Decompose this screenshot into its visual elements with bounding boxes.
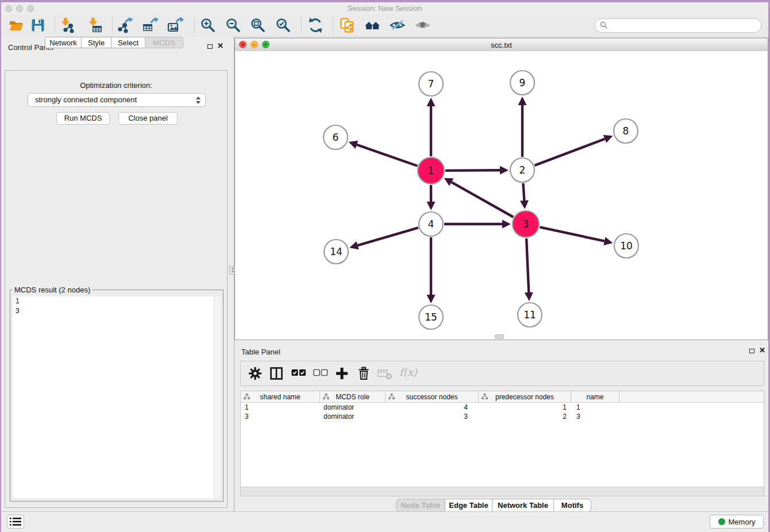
- tab-network[interactable]: Network: [45, 37, 82, 48]
- tab-edge-table[interactable]: Edge Table: [445, 499, 492, 512]
- select-all-icon[interactable]: [291, 369, 306, 379]
- node-label: 11: [523, 309, 536, 321]
- tab-node-table[interactable]: Node Table: [396, 499, 445, 512]
- memory-button[interactable]: Memory: [710, 515, 764, 529]
- import-network-icon[interactable]: [59, 17, 75, 33]
- network-view-window: ✕ − + scc.txt 7968124314101511: [234, 38, 768, 340]
- network-resize-grip[interactable]: [495, 334, 504, 339]
- zoom-fit-icon[interactable]: [250, 17, 266, 33]
- toolbar-separator: [112, 17, 113, 33]
- graph-edge[interactable]: [452, 182, 514, 217]
- table-cell[interactable]: 1: [571, 403, 619, 412]
- column-header-predecessor-nodes[interactable]: predecessor nodes: [479, 391, 571, 402]
- graph-edge[interactable]: [357, 228, 418, 245]
- network-window-title: scc.txt: [235, 41, 768, 49]
- show-panel-eye-icon[interactable]: [415, 17, 431, 33]
- node-label: 9: [519, 77, 526, 88]
- export-image-icon[interactable]: [167, 17, 183, 33]
- tab-mcds[interactable]: MCDS: [145, 37, 183, 48]
- float-panel-icon[interactable]: [207, 44, 213, 49]
- zoom-selected-icon[interactable]: [275, 17, 291, 33]
- mcds-panel: Optimization criterion: strongly connect…: [5, 70, 228, 508]
- run-mcds-button[interactable]: Run MCDS: [56, 112, 110, 125]
- node-table[interactable]: shared nameMCDS rolesuccessor nodesprede…: [240, 391, 764, 496]
- search-field[interactable]: [595, 18, 761, 33]
- zoom-out-icon[interactable]: [225, 17, 241, 33]
- toolbar-separator: [333, 17, 333, 33]
- table-settings-gear-icon[interactable]: [248, 367, 262, 383]
- table-cell[interactable]: 3: [571, 412, 619, 421]
- export-network-icon[interactable]: [117, 17, 133, 33]
- graph-edge[interactable]: [523, 183, 524, 201]
- add-row-plus-icon[interactable]: [335, 367, 349, 383]
- toolbar-separator: [301, 17, 302, 33]
- column-header-MCDS-role[interactable]: MCDS role: [320, 391, 386, 402]
- optimization-label: Optimization criterion:: [5, 81, 227, 90]
- edge-arrowhead: [427, 98, 436, 106]
- clone-network-icon[interactable]: [339, 17, 355, 33]
- tab-style[interactable]: Style: [81, 37, 111, 48]
- close-panel-icon[interactable]: ✕: [217, 43, 224, 49]
- import-table-icon[interactable]: [87, 17, 103, 33]
- table-cell[interactable]: 3: [386, 412, 479, 421]
- node-label: 14: [330, 246, 342, 257]
- hide-panel-eye-icon[interactable]: [390, 17, 406, 33]
- tab-select[interactable]: Select: [111, 37, 145, 48]
- table-cell[interactable]: 4: [386, 403, 479, 412]
- open-session-icon[interactable]: [8, 17, 24, 33]
- edge-arrowhead: [520, 201, 529, 209]
- table-row[interactable]: 3dominator323: [241, 412, 764, 421]
- home-view-icon[interactable]: [364, 17, 380, 33]
- refresh-view-icon[interactable]: [307, 17, 324, 33]
- graph-edge[interactable]: [357, 145, 418, 166]
- graph-edge[interactable]: [526, 238, 529, 292]
- application-window: Session: New Session: [1, 2, 768, 532]
- window-titlebar: Session: New Session: [1, 2, 768, 16]
- table-row[interactable]: 1dominator411: [241, 403, 764, 412]
- float-table-panel-icon[interactable]: [749, 349, 754, 353]
- column-header-shared-name[interactable]: shared name: [241, 391, 320, 402]
- node-label: 15: [425, 311, 437, 323]
- node-label: 7: [428, 78, 434, 90]
- tab-motifs[interactable]: Motifs: [553, 499, 591, 512]
- close-table-panel-icon[interactable]: ✕: [759, 348, 765, 353]
- column-header-successor-nodes[interactable]: successor nodes: [386, 391, 479, 402]
- show-columns-icon[interactable]: [270, 367, 283, 383]
- node-label: 6: [333, 132, 339, 143]
- result-scrollbar[interactable]: [214, 296, 221, 498]
- tab-network-table[interactable]: Network Table: [492, 499, 554, 512]
- memory-status-dot: [718, 518, 725, 525]
- table-cell[interactable]: dominator: [320, 412, 386, 421]
- mcds-result-text[interactable]: 1 3: [13, 296, 221, 498]
- network-window-titlebar: ✕ − + scc.txt: [235, 38, 768, 52]
- deselect-all-icon[interactable]: [313, 369, 328, 379]
- table-hscrollbar[interactable]: [241, 487, 764, 496]
- node-label: 4: [428, 218, 434, 230]
- zoom-in-icon[interactable]: [200, 17, 216, 33]
- graph-edge[interactable]: [445, 170, 500, 171]
- graph-edge[interactable]: [535, 139, 605, 165]
- delete-table-icon: [378, 369, 392, 382]
- graph-edge[interactable]: [540, 227, 604, 241]
- table-header-row: shared nameMCDS rolesuccessor nodesprede…: [241, 391, 764, 403]
- network-canvas[interactable]: 7968124314101511: [235, 51, 768, 340]
- node-label: 3: [523, 218, 529, 230]
- table-cell[interactable]: 1: [241, 403, 320, 412]
- optimization-select[interactable]: strongly connected component: [28, 93, 206, 107]
- export-table-icon[interactable]: [142, 17, 158, 33]
- table-cell[interactable]: dominator: [320, 403, 386, 412]
- table-cell[interactable]: 3: [241, 412, 320, 421]
- delete-rows-trash-icon[interactable]: [357, 367, 371, 383]
- search-input[interactable]: [610, 20, 756, 32]
- save-session-icon[interactable]: [30, 17, 46, 33]
- table-cell[interactable]: 2: [479, 412, 571, 421]
- task-history-button[interactable]: [7, 515, 24, 529]
- table-cell[interactable]: 1: [479, 403, 571, 412]
- result-line: 3: [13, 306, 221, 316]
- mcds-result-box: MCDS result (2 nodes) 1 3: [10, 286, 224, 502]
- column-header-name[interactable]: name: [571, 391, 619, 402]
- close-panel-button[interactable]: Close panel: [118, 112, 178, 125]
- mcds-result-title: MCDS result (2 nodes): [13, 286, 92, 294]
- node-label: 8: [623, 125, 629, 137]
- function-builder-icon: f(x): [399, 366, 417, 378]
